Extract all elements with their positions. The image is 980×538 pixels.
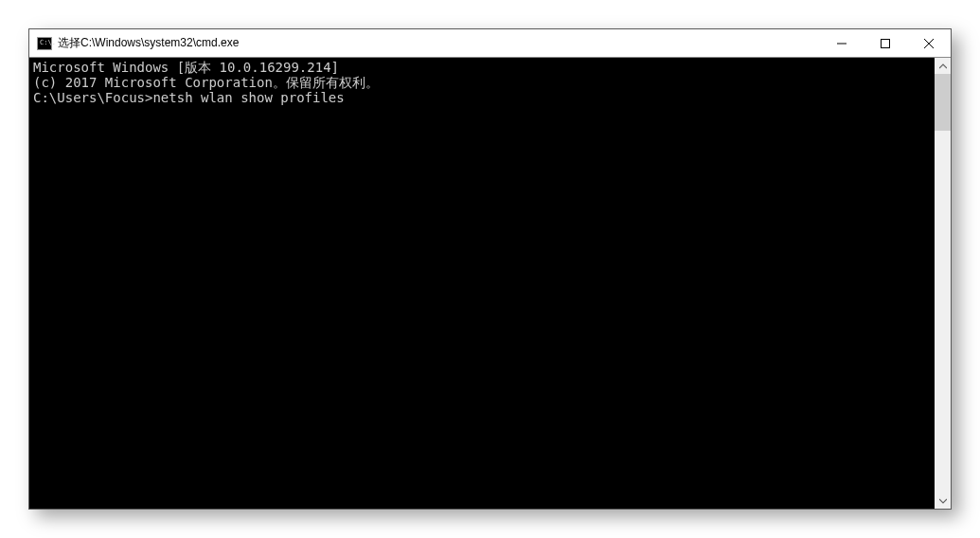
terminal-line: (c) 2017 Microsoft Corporation。保留所有权利。 bbox=[33, 75, 931, 90]
scroll-up-button[interactable] bbox=[935, 58, 951, 74]
window-title: 选择C:\Windows\system32\cmd.exe bbox=[58, 35, 820, 51]
cmd-window: C:\. 选择C:\Windows\system32\cmd.exe bbox=[28, 28, 952, 510]
scroll-down-button[interactable] bbox=[935, 493, 951, 509]
cmd-icon: C:\. bbox=[37, 37, 52, 50]
minimize-icon bbox=[837, 39, 846, 48]
close-button[interactable] bbox=[907, 29, 951, 57]
scrollbar-track[interactable] bbox=[935, 74, 951, 493]
minimize-button[interactable] bbox=[820, 29, 864, 57]
terminal-area: Microsoft Windows [版本 10.0.16299.214](c)… bbox=[29, 58, 951, 509]
scrollbar-thumb[interactable] bbox=[935, 74, 951, 131]
terminal-content[interactable]: Microsoft Windows [版本 10.0.16299.214](c)… bbox=[29, 58, 935, 509]
window-controls bbox=[820, 29, 951, 57]
vertical-scrollbar[interactable] bbox=[935, 58, 951, 509]
maximize-icon bbox=[881, 39, 890, 48]
terminal-line: Microsoft Windows [版本 10.0.16299.214] bbox=[33, 60, 931, 75]
maximize-button[interactable] bbox=[864, 29, 907, 57]
chevron-up-icon bbox=[939, 63, 947, 70]
terminal-line: C:\Users\Focus>netsh wlan show profiles bbox=[33, 90, 931, 105]
titlebar[interactable]: C:\. 选择C:\Windows\system32\cmd.exe bbox=[29, 29, 951, 58]
close-icon bbox=[924, 39, 934, 48]
chevron-down-icon bbox=[939, 497, 947, 505]
svg-rect-1 bbox=[882, 39, 890, 47]
